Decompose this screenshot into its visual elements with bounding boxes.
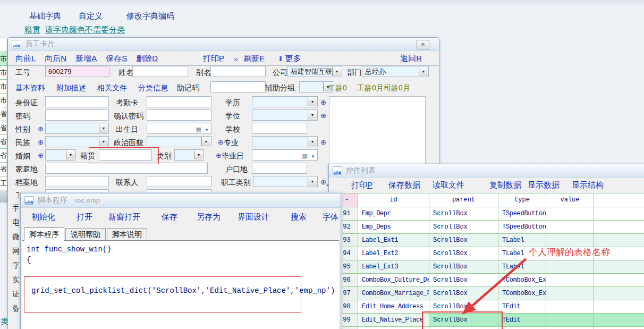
school-field[interactable] bbox=[252, 123, 307, 134]
menu-item-edit-dict-code[interactable]: 修改字典编码 bbox=[126, 11, 174, 21]
value-cell[interactable] bbox=[546, 287, 594, 300]
font-button[interactable]: 字体 bbox=[323, 212, 338, 222]
region-list-cell[interactable]: 省 bbox=[0, 149, 7, 163]
value-cell[interactable] bbox=[546, 274, 594, 287]
id-cell[interactable]: Emp_Deps bbox=[358, 221, 429, 234]
chevron-down-icon[interactable]: ▼ bbox=[419, 67, 428, 76]
degree-combo[interactable]: ▼ bbox=[252, 109, 318, 121]
chevron-down-icon[interactable]: ▼ bbox=[99, 124, 108, 133]
menu-item-custom[interactable]: 自定义 bbox=[79, 11, 103, 21]
parent-cell[interactable]: ScrollBox bbox=[429, 234, 498, 247]
chevron-down-icon[interactable]: ▼ bbox=[332, 67, 341, 76]
chevron-down-icon[interactable]: ▼ bbox=[194, 150, 203, 159]
category-combo[interactable]: ▼ bbox=[174, 149, 204, 161]
region-list-cell[interactable]: 省 bbox=[0, 121, 7, 135]
col-header-type[interactable]: type bbox=[498, 193, 546, 207]
save-as-button[interactable]: 另存为 bbox=[197, 212, 221, 222]
id-cell[interactable]: ComboBox_Culture_Degree bbox=[358, 274, 429, 287]
parent-cell[interactable]: ScrollBox bbox=[429, 207, 498, 221]
birthday-field[interactable]: ▦▼ bbox=[147, 123, 211, 134]
region-list-cell[interactable]: 省 bbox=[0, 135, 7, 149]
nation-combo[interactable]: ▼ bbox=[45, 136, 109, 147]
tab-script[interactable]: 脚本程序 bbox=[24, 227, 64, 241]
table-row[interactable]: 91 Emp_Depr ScrollBox TSpeedButton bbox=[336, 207, 644, 221]
education-combo[interactable]: ▼ bbox=[252, 96, 318, 107]
next-button[interactable]: 向后N bbox=[45, 54, 66, 64]
tab-related-files[interactable]: 相关文件 bbox=[97, 82, 127, 93]
region-list-cell[interactable]: 工 bbox=[0, 176, 7, 190]
save-data-button[interactable]: 保存数据 bbox=[388, 180, 420, 190]
show-data-button[interactable]: 显示数据 bbox=[528, 180, 560, 190]
background-region-list[interactable]: 市市市市省省省省省工 bbox=[0, 38, 7, 190]
attendance-card-field[interactable] bbox=[147, 96, 211, 107]
chevron-down-icon[interactable]: ▼ bbox=[99, 137, 108, 146]
open-new-window-button[interactable]: 新窗打开 bbox=[108, 212, 140, 222]
chevron-down-icon[interactable]: ▼ bbox=[205, 125, 209, 134]
employee-type-combo[interactable]: ▼ bbox=[253, 176, 318, 187]
id-card-field[interactable] bbox=[45, 96, 109, 107]
control-list-titlebar[interactable]: 控件列表 bbox=[329, 164, 644, 178]
dict-plus-icon[interactable]: ⊕ bbox=[38, 124, 44, 134]
id-cell[interactable]: Edit_Native_Place bbox=[358, 314, 429, 327]
chevron-down-icon[interactable]: ▼ bbox=[201, 137, 210, 146]
home-address-field[interactable] bbox=[45, 163, 208, 174]
chevron-down-icon[interactable]: ▼ bbox=[308, 97, 317, 106]
region-list-cell[interactable]: 市 bbox=[0, 52, 7, 66]
ui-design-button[interactable]: 界面设计 bbox=[238, 212, 269, 222]
read-file-button[interactable]: 读取文件 bbox=[433, 180, 464, 190]
calendar-icon[interactable]: ▦ bbox=[196, 124, 201, 134]
refresh-button[interactable]: 刷新F bbox=[243, 54, 264, 64]
tab-class-info[interactable]: 分类信息 bbox=[138, 82, 168, 93]
mnemonic-field[interactable] bbox=[210, 81, 266, 92]
tab-script-notes[interactable]: 脚本说明 bbox=[107, 228, 147, 240]
prev-button[interactable]: 向前L bbox=[15, 54, 36, 64]
value-cell[interactable] bbox=[546, 234, 594, 247]
dict-plus-icon[interactable]: ⊕ bbox=[320, 97, 326, 108]
value-cell[interactable] bbox=[546, 260, 594, 274]
chevron-down-icon[interactable]: ▼ bbox=[308, 111, 317, 120]
init-button[interactable]: 初始化 bbox=[31, 212, 55, 222]
tab-basic-info[interactable]: 基本资料 bbox=[15, 82, 45, 93]
calendar-icon[interactable]: ▦ bbox=[302, 151, 308, 161]
type-cell[interactable]: TSpeedButton bbox=[498, 221, 546, 234]
graduation-date-field[interactable]: ▦▼ bbox=[252, 149, 318, 161]
chevron-down-icon[interactable]: ▼ bbox=[308, 137, 317, 146]
chevron-down-icon[interactable]: ▼ bbox=[308, 177, 317, 186]
confirm-password-field[interactable] bbox=[147, 109, 211, 121]
dict-plus-icon[interactable]: ⊕ bbox=[38, 150, 44, 161]
type-cell[interactable]: TSpeedButton bbox=[498, 207, 546, 221]
gender-combo[interactable]: ▼ bbox=[45, 123, 109, 134]
alias-field[interactable] bbox=[210, 66, 266, 77]
politics-combo[interactable]: ▼ bbox=[147, 136, 211, 147]
chevron-down-icon[interactable]: ▼ bbox=[66, 150, 75, 159]
archive-address-field[interactable] bbox=[45, 176, 109, 187]
name-field[interactable] bbox=[132, 66, 188, 77]
region-list-cell[interactable]: 市 bbox=[0, 94, 7, 107]
dict-plus-icon[interactable]: ⊕ bbox=[218, 137, 224, 148]
open-button[interactable]: 打开 bbox=[77, 212, 92, 222]
save-button[interactable]: 保存S bbox=[106, 54, 127, 64]
chevron-down-icon[interactable]: ▼ bbox=[311, 151, 315, 161]
marriage-combo[interactable]: ▼ bbox=[45, 149, 76, 161]
return-button[interactable]: 返回R bbox=[400, 54, 422, 64]
dict-plus-icon[interactable]: ⊕ bbox=[216, 150, 222, 161]
value-cell[interactable] bbox=[546, 207, 594, 221]
region-list-cell[interactable] bbox=[0, 38, 7, 52]
region-list-cell[interactable]: 市 bbox=[0, 80, 7, 94]
more-button[interactable]: ⬇更多 bbox=[278, 54, 301, 64]
region-list-cell[interactable]: 市 bbox=[0, 66, 7, 80]
region-list-cell[interactable]: 省 bbox=[0, 163, 7, 176]
menu-item-base-dict[interactable]: 基础字典 bbox=[29, 11, 61, 21]
type-cell[interactable]: TLabel bbox=[498, 234, 546, 247]
add-button[interactable]: 新增A bbox=[75, 54, 97, 64]
contact-field[interactable] bbox=[147, 176, 211, 187]
id-cell[interactable]: ComboBox_Marriage_Flag bbox=[358, 287, 429, 300]
show-structure-button[interactable]: 显示结构 bbox=[572, 180, 604, 190]
col-header-id[interactable]: id bbox=[358, 193, 429, 207]
dict-plus-icon[interactable]: ⊕ bbox=[38, 137, 44, 148]
tab-help[interactable]: 说明帮助 bbox=[65, 228, 106, 240]
dept-combo[interactable]: 总经办▼ bbox=[362, 66, 429, 77]
col-header-parent[interactable]: parent bbox=[429, 193, 498, 207]
tab-extra-desc[interactable]: 附加描述 bbox=[56, 82, 86, 93]
col-header-value[interactable]: value bbox=[546, 193, 594, 207]
